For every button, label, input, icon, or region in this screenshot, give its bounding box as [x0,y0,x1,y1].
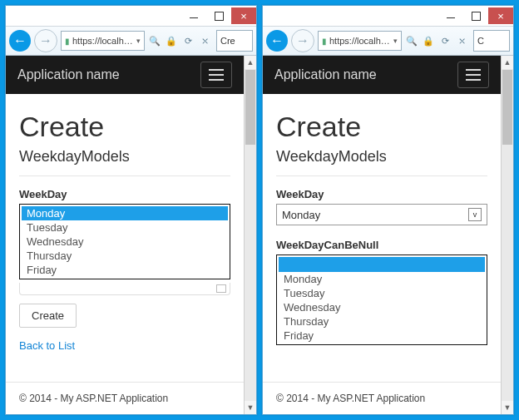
stop-icon[interactable]: ⤬ [455,34,468,47]
forward-button[interactable]: → [291,29,314,52]
refresh-icon[interactable]: ⟳ [181,34,195,47]
page-content: Create WeekdayModels WeekDay MondayTuesd… [6,94,244,382]
page-footer: © 2014 - My ASP.NET Application [263,382,501,414]
weekday-nullable-listbox[interactable]: MondayTuesdayWednesdayThursdayFriday [276,254,487,345]
vertical-scrollbar[interactable]: ▲ ▼ [244,56,256,414]
stop-icon[interactable]: ⤬ [198,34,211,47]
listbox-option[interactable]: Thursday [279,314,485,329]
app-header: Application name [263,56,501,94]
url-text: https://localh… [329,36,390,46]
listbox-option[interactable]: Friday [279,329,485,343]
weekday-dropdown[interactable]: Monday v [276,204,487,225]
divider [276,175,487,176]
page-heading: Create [19,111,230,143]
browser-toolbar: ← → ▮ https://localh… ▾ 🔍 🔒 ⟳ ⤬ C [263,27,513,56]
scroll-up-icon[interactable]: ▲ [245,56,256,69]
page-content: Create WeekdayModels WeekDay Monday v We… [263,94,501,382]
search-icon[interactable]: 🔍 [405,34,418,47]
maximize-button[interactable] [463,7,488,24]
app-header: Application name [6,56,244,94]
close-button[interactable]: × [231,7,256,24]
refresh-icon[interactable]: ⟳ [438,34,452,47]
listbox-option[interactable]: Tuesday [279,286,485,300]
listbox-option[interactable]: Friday [22,263,228,277]
weekday-nullable-label: WeekDayCanBeNull [276,239,487,251]
https-lock-icon: ▮ [65,37,70,46]
collapsed-select-ghost [19,283,230,295]
lock-icon: 🔒 [422,34,435,47]
listbox-option[interactable]: Monday [279,272,485,286]
address-dropdown-icon[interactable]: ▾ [391,37,398,45]
maximize-button[interactable] [206,7,231,24]
window-titlebar: × [6,6,256,27]
web-page: Application name Create WeekdayModels We… [6,56,244,414]
scroll-track[interactable] [245,146,256,401]
dropdown-value: Monday [282,209,320,221]
address-bar[interactable]: ▮ https://localh… ▾ [61,31,145,51]
weekday-label: WeekDay [276,188,487,200]
back-button[interactable]: ← [266,30,288,52]
back-to-list-link[interactable]: Back to List [19,339,75,352]
app-name: Application name [274,67,377,82]
menu-icon[interactable] [457,62,489,88]
search-icon[interactable]: 🔍 [148,34,161,47]
scroll-thumb[interactable] [245,70,255,145]
weekday-label: WeekDay [19,188,230,200]
viewport: Application name Create WeekdayModels We… [263,56,513,414]
listbox-option[interactable]: Thursday [22,249,228,263]
browser-toolbar: ← → ▮ https://localh… ▾ 🔍 🔒 ⟳ ⤬ Cre [6,27,256,56]
tab-label: C [477,36,484,46]
viewport: Application name Create WeekdayModels We… [6,56,256,414]
listbox-option[interactable] [279,257,485,272]
https-lock-icon: ▮ [322,37,327,46]
scroll-thumb[interactable] [502,70,512,145]
listbox-option[interactable]: Wednesday [22,235,228,249]
scroll-up-icon[interactable]: ▲ [502,56,513,69]
scroll-down-icon[interactable]: ▼ [245,401,256,414]
browser-window-left: × ← → ▮ https://localh… ▾ 🔍 🔒 ⟳ ⤬ Cre Ap… [5,5,257,415]
create-button[interactable]: Create [19,304,77,328]
app-name: Application name [17,67,120,82]
page-subtitle: WeekdayModels [276,148,487,166]
page-subtitle: WeekdayModels [19,148,230,166]
page-heading: Create [276,111,487,143]
page-footer: © 2014 - My ASP.NET Application [6,382,244,414]
desktop-canvas: × ← → ▮ https://localh… ▾ 🔍 🔒 ⟳ ⤬ Cre Ap… [0,0,519,420]
browser-window-right: × ← → ▮ https://localh… ▾ 🔍 🔒 ⟳ ⤬ C Appl… [262,5,514,415]
divider [19,175,230,176]
minimize-button[interactable] [181,7,206,24]
close-button[interactable]: × [488,7,513,24]
browser-tab[interactable]: C [473,30,510,52]
scroll-track[interactable] [502,146,513,401]
scroll-down-icon[interactable]: ▼ [502,401,513,414]
browser-tab[interactable]: Cre [216,30,253,52]
weekday-listbox[interactable]: MondayTuesdayWednesdayThursdayFriday [19,204,230,279]
back-button[interactable]: ← [9,30,31,52]
forward-button[interactable]: → [34,29,57,52]
menu-icon[interactable] [200,62,232,88]
chevron-down-icon: v [468,208,482,221]
listbox-option[interactable]: Tuesday [22,220,228,235]
window-titlebar: × [263,6,513,27]
address-bar[interactable]: ▮ https://localh… ▾ [318,31,402,51]
address-dropdown-icon[interactable]: ▾ [134,37,141,45]
listbox-option[interactable]: Monday [22,206,228,220]
vertical-scrollbar[interactable]: ▲ ▼ [501,56,513,414]
minimize-button[interactable] [438,7,463,24]
url-text: https://localh… [72,36,133,46]
tab-label: Cre [220,36,235,46]
listbox-option[interactable]: Wednesday [279,300,485,314]
lock-icon: 🔒 [165,34,178,47]
web-page: Application name Create WeekdayModels We… [263,56,501,414]
